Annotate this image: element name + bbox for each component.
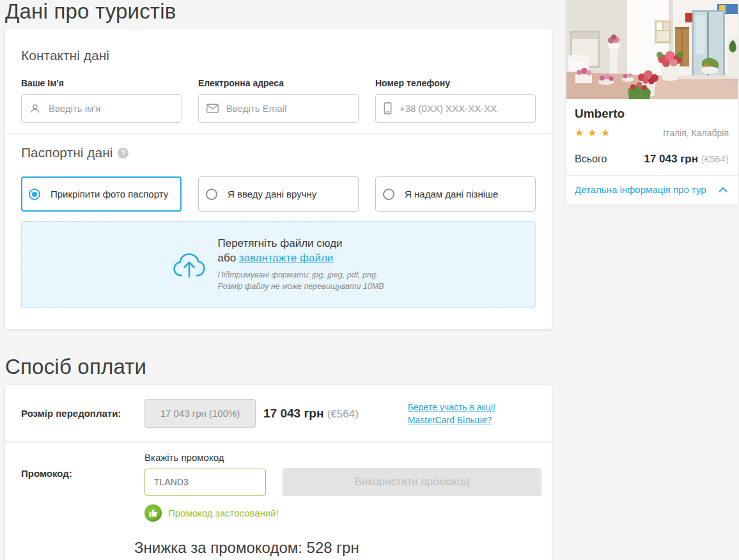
prepayment-select[interactable]: 17 043 грн (100%) (144, 399, 256, 428)
upload-files-link[interactable]: завантажте файли (239, 252, 333, 264)
name-input[interactable] (49, 103, 173, 114)
size-limit-note: Розмір файлу не може перевищувати 10MB (217, 281, 384, 292)
passport-section: Паспортні дані? Прикріпити фото паспорту… (5, 134, 552, 329)
chevron-up-icon (719, 187, 727, 192)
user-icon (29, 103, 41, 114)
promo-label: Промокод: (21, 452, 144, 560)
thumbs-up-icon (144, 504, 162, 522)
booking-page: Дані про туристів Контактні дані Ваше Ім… (0, 0, 739, 560)
contact-section: Контактні дані Ваше Ім'я Електронна адре… (5, 29, 552, 133)
total-amount-eur: (€564) (701, 153, 729, 164)
hotel-name: Umberto (575, 107, 729, 121)
total-amount: 17 043 грн (€564) (644, 153, 729, 166)
contact-section-title: Контактні дані (21, 48, 536, 63)
dropzone-line1: Перетягніть файли сюди (217, 237, 384, 250)
prepayment-amount-eur: (€564) (327, 408, 359, 420)
main-column: Дані про туристів Контактні дані Ваше Ім… (5, 0, 552, 560)
phone-label: Номер телефону (375, 78, 536, 88)
email-field-group: Електронна адреса (198, 78, 359, 123)
email-input[interactable] (226, 103, 350, 114)
apply-promo-button[interactable]: Використати промокод (283, 468, 541, 496)
phone-input[interactable] (400, 103, 527, 114)
promo-code-input[interactable] (144, 469, 266, 496)
total-label: Всього (575, 153, 607, 165)
phone-field-group: Номер телефону (375, 78, 536, 123)
mobile-icon (384, 102, 392, 114)
hotel-info: Umberto ★★★ Італія, Калабрія Всього 17 0… (566, 99, 738, 175)
envelope-icon (206, 104, 219, 113)
discount-text: Знижка за промокодом: 528 грн (134, 539, 541, 557)
tourists-card: Контактні дані Ваше Ім'я Електронна адре… (5, 29, 552, 329)
promo-success-row: Промокод застосований! (144, 504, 541, 522)
cloud-upload-icon (173, 251, 206, 279)
page-title: Дані про туристів (5, 0, 552, 24)
help-icon[interactable]: ? (118, 148, 128, 159)
mastercard-promo-link[interactable]: Берете участь в акції MasterCard Більше? (408, 401, 501, 426)
option-enter-data-manually[interactable]: Я введу дані вручну (198, 176, 359, 212)
tour-details-toggle[interactable]: Детальна інформація про тур (566, 176, 738, 205)
passport-options-row: Прикріпити фото паспорту Я введу дані вр… (21, 176, 536, 212)
promo-input-label: Вкажіть промокод (144, 452, 541, 463)
payment-title: Спосіб оплати (5, 354, 552, 380)
total-row: Всього 17 043 грн (€564) (575, 153, 729, 166)
option-attach-passport-photo[interactable]: Прикріпити фото паспорту (21, 176, 182, 212)
radio-selected-icon (29, 189, 40, 200)
radio-icon (383, 189, 394, 200)
hotel-rating-row: ★★★ Італія, Калабрія (575, 127, 729, 139)
passport-section-title: Паспортні дані? (21, 145, 536, 160)
prepayment-row: Розмір передоплати: 17 043 грн (100%) 17… (5, 385, 552, 441)
option-provide-data-later[interactable]: Я надам дані пізніше (375, 176, 536, 212)
supported-formats-note: Підтримувані формати: jpg, jpeg, pdf, pn… (217, 269, 384, 281)
file-dropzone[interactable]: Перетягніть файли сюди або завантажте фа… (21, 221, 536, 308)
email-label: Електронна адреса (198, 78, 359, 88)
name-input-wrap (21, 94, 182, 123)
email-input-wrap (198, 94, 359, 123)
dropzone-text: Перетягніть файли сюди або завантажте фа… (217, 237, 384, 292)
name-label: Ваше Ім'я (21, 78, 182, 88)
payment-card: Розмір передоплати: 17 043 грн (100%) 17… (5, 385, 552, 560)
promo-row: Промокод: Вкажіть промокод Використати п… (5, 443, 552, 560)
promo-column: Вкажіть промокод Використати промокод Пр… (144, 452, 541, 560)
phone-input-wrap (375, 94, 536, 123)
hotel-location: Італія, Калабрія (663, 128, 729, 138)
hotel-photo (566, 0, 738, 99)
name-field-group: Ваше Ім'я (21, 78, 182, 123)
promo-line: Використати промокод (144, 468, 541, 496)
star-rating-icons: ★★★ (575, 127, 614, 139)
radio-icon (206, 189, 217, 200)
tour-summary-card: Umberto ★★★ Італія, Калабрія Всього 17 0… (566, 0, 738, 205)
contact-fields-row: Ваше Ім'я Електронна адреса (21, 78, 536, 133)
dropzone-line2: або завантажте файли (217, 252, 384, 265)
promo-success-text: Промокод застосований! (168, 508, 279, 518)
prepayment-label: Розмір передоплати: (21, 408, 144, 419)
prepayment-amount: 17 043 грн (€564) (263, 407, 359, 421)
